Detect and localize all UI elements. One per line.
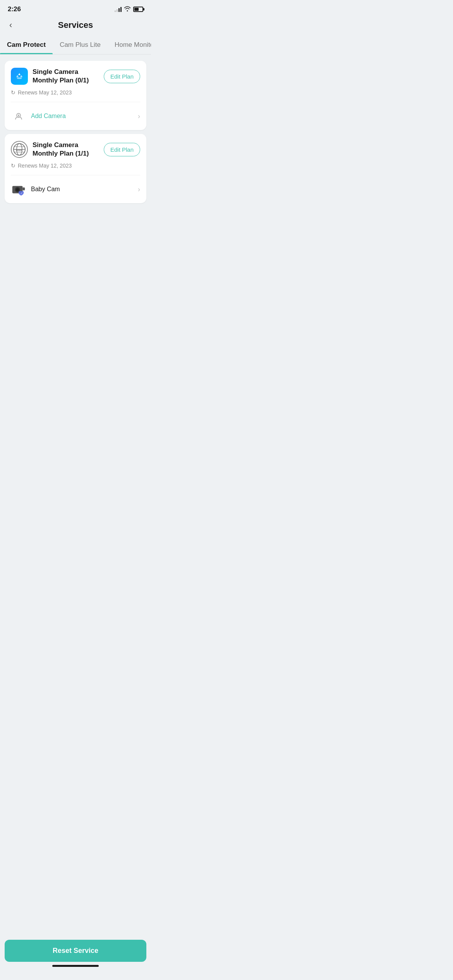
baby-cam-left: ✓ Baby Cam [11,182,60,197]
www-icon: WWW [11,141,28,158]
card-title-area-2: WWW Single Camera Monthly Plan (1/1) [11,141,104,158]
battery-icon [133,7,143,12]
plan-2-title: Single Camera Monthly Plan (1/1) [33,141,104,158]
svg-text:✓: ✓ [21,192,23,195]
svg-point-1 [18,115,19,116]
signal-icon [115,7,122,12]
edit-plan-button-1[interactable]: Edit Plan [104,70,140,83]
plan-card-2: WWW Single Camera Monthly Plan (1/1) Edi… [5,134,146,203]
status-bar: 2:26 [0,0,151,16]
plan-card-1: Single Camera Monthly Plan (0/1) Edit Pl… [5,61,146,130]
baby-cam-chevron: › [138,185,140,194]
add-camera-left: Add Camera [11,108,66,124]
status-time: 2:26 [8,5,21,13]
renew-row-1: ↻ Renews May 12, 2023 [5,88,146,102]
add-camera-chevron: › [138,112,140,120]
baby-cam-label: Baby Cam [31,186,60,193]
page-title: Services [58,20,93,30]
svg-rect-11 [22,188,25,191]
svg-text:WWW: WWW [16,149,22,151]
back-button[interactable]: ‹ [8,19,14,32]
plan-1-title: Single Camera Monthly Plan (0/1) [33,68,104,85]
renew-icon-2: ↻ [11,163,15,169]
status-icons [115,6,143,13]
add-camera-label: Add Camera [31,113,66,120]
tab-cam-protect[interactable]: Cam Protect [0,36,53,54]
baby-cam-icon: ✓ [11,182,26,197]
content-area: Single Camera Monthly Plan (0/1) Edit Pl… [0,55,151,209]
add-camera-icon [11,108,26,124]
renew-row-2: ↻ Renews May 12, 2023 [5,161,146,175]
tab-cam-plus-lite[interactable]: Cam Plus Lite [53,36,108,54]
renew-text-1: Renews May 12, 2023 [18,89,72,96]
add-camera-row[interactable]: Add Camera › [5,102,146,130]
card-title-area-1: Single Camera Monthly Plan (0/1) [11,68,104,85]
tabs-container: Cam Protect Cam Plus Lite Home Monitor [0,36,151,55]
header: ‹ Services [0,16,151,36]
tab-home-monitor[interactable]: Home Monitor [108,36,151,54]
renew-text-2: Renews May 12, 2023 [18,163,72,169]
card-header-1: Single Camera Monthly Plan (0/1) Edit Pl… [5,61,146,88]
edit-plan-button-2[interactable]: Edit Plan [104,143,140,156]
wifi-icon [124,6,131,13]
svg-point-10 [16,188,19,192]
card-header-2: WWW Single Camera Monthly Plan (1/1) Edi… [5,134,146,161]
renew-icon-1: ↻ [11,89,15,96]
baby-cam-row[interactable]: ✓ Baby Cam › [5,175,146,203]
app-store-icon [11,68,28,85]
